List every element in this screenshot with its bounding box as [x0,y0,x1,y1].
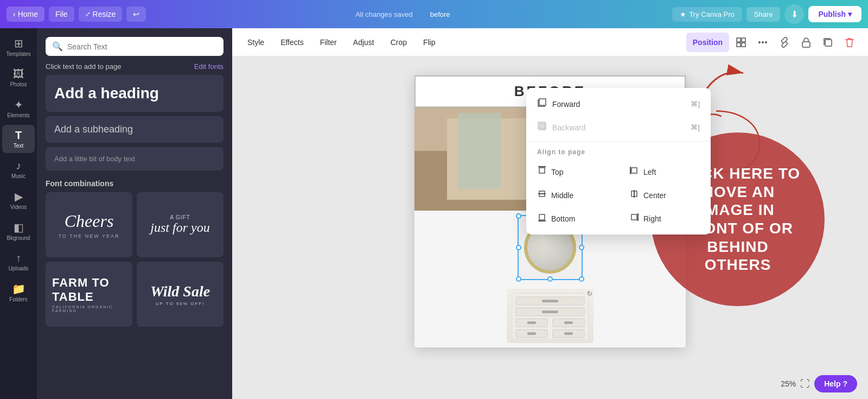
sidebar-item-elements[interactable]: ✦ Elements [2,94,35,123]
svg-rect-42 [631,214,637,220]
canvas-area[interactable]: BEFORE [232,56,868,399]
fc3-sub: CALIFORNIA ORGANIC FARMING [52,305,126,313]
download-button[interactable]: ⬇ [784,4,804,24]
fc2-sub: A GIFT [170,214,190,220]
expand-button[interactable]: ⛶ [800,378,810,390]
handle-bm[interactable] [547,276,553,282]
backward-icon [537,121,547,134]
align-right[interactable]: Right [618,207,711,230]
download-icon: ⬇ [791,9,798,20]
sidebar-item-templates[interactable]: ⊞ Templates [2,33,35,61]
sidebar-item-background[interactable]: ◧ Bkground [2,217,35,245]
undo-icon: ↩ [133,10,139,18]
align-bottom-icon [537,212,547,225]
videos-icon: ▶ [15,190,23,203]
sidebar-item-music[interactable]: ♪ Music [2,155,35,183]
backward-item[interactable]: Backward ⌘[ [526,116,711,139]
home-icon: ‹ [13,10,16,18]
fc3-title: FARM TO TABLE [52,276,126,304]
align-top-icon [537,166,547,178]
fc2-title: just for you [150,220,209,235]
align-right-icon [629,212,639,225]
fc1-sub: TO THE NEW YEAR [58,233,119,239]
adjust-button[interactable]: Adjust [347,35,381,50]
handle-tl[interactable] [516,213,521,219]
font-combo-gift[interactable]: A GIFT just for you [137,192,224,257]
svg-point-6 [765,41,767,43]
dresser-rotate-icon: ↻ [587,290,592,297]
dots-icon[interactable] [753,33,773,52]
resize-icon: ⤢ [85,10,91,18]
svg-rect-17 [542,300,558,302]
search-input[interactable] [67,42,217,51]
sidebar-item-photos[interactable]: 🖼 Photos [2,64,35,92]
lock-icon[interactable] [796,33,816,52]
add-subheading-button[interactable]: Add a subheading [46,116,224,143]
fc4-sub: UP TO 50% OFF! [156,301,205,306]
align-middle[interactable]: Middle [526,183,618,207]
search-bar[interactable]: 🔍 [46,37,224,56]
canva-pro-button[interactable]: ★ Try Canva Pro [672,7,742,22]
svg-rect-7 [802,42,810,47]
svg-rect-12 [458,113,501,189]
sidebar-item-videos[interactable]: ▶ Videos [2,186,35,214]
handle-br[interactable] [579,276,584,282]
align-left[interactable]: Left [618,160,711,183]
duplicate-icon[interactable] [818,33,838,52]
flip-button[interactable]: Flip [417,35,442,50]
sidebar-item-uploads[interactable]: ↑ Uploads [2,248,35,276]
click-text-label: Click text to add to page [46,62,121,71]
svg-rect-34 [631,168,637,173]
effects-button[interactable]: Effects [274,35,310,50]
handle-rm[interactable] [579,245,584,250]
font-combos-grid: Cheers TO THE NEW YEAR A GIFT just for y… [46,192,224,327]
background-icon: ◧ [14,221,24,234]
star-icon: ★ [680,10,686,18]
help-button[interactable]: Help ? [814,375,857,392]
font-combo-farm[interactable]: FARM TO TABLE CALIFORNIA ORGANIC FARMING [46,262,132,327]
font-combo-cheers[interactable]: Cheers TO THE NEW YEAR [46,192,132,257]
align-top[interactable]: Top [526,160,618,183]
fc1-title: Cheers [65,211,114,231]
svg-rect-2 [737,43,741,47]
add-body-button[interactable]: Add a little bit of body text [46,147,224,170]
align-center[interactable]: Center [618,183,711,207]
handle-lm[interactable] [516,245,521,250]
forward-item[interactable]: Forward ⌘] [526,92,711,116]
home-button[interactable]: ‹ Home [7,7,44,22]
svg-point-4 [758,41,761,43]
edit-fonts-link[interactable]: Edit fonts [194,62,224,71]
icon-sidebar: ⊞ Templates 🖼 Photos ✦ Elements T Text ♪… [0,28,37,399]
handle-bl[interactable] [516,276,521,282]
align-label: Align to page [526,144,711,160]
publish-button[interactable]: Publish ▾ [808,6,861,22]
delete-icon[interactable] [840,33,859,52]
tool-icon-group: Position [686,33,859,52]
style-button[interactable]: Style [241,35,271,50]
undo-button[interactable]: ↩ [126,7,146,22]
font-combo-sale[interactable]: Wild Sale UP TO 50% OFF! [137,262,224,327]
add-heading-button[interactable]: Add a heading [46,75,224,112]
left-panel: 🔍 Click text to add to page Edit fonts A… [37,28,232,399]
grid-options-icon[interactable] [731,33,751,52]
before-label: before [430,10,450,18]
crop-button[interactable]: Crop [384,35,413,50]
sidebar-item-folders[interactable]: 📁 Folders [2,278,35,307]
main-layout: ⊞ Templates 🖼 Photos ✦ Elements T Text ♪… [0,28,868,399]
folders-icon: 📁 [12,282,25,295]
align-bottom[interactable]: Bottom [526,207,618,230]
position-button[interactable]: Position [686,33,729,52]
filter-button[interactable]: Filter [314,35,343,50]
link-icon[interactable] [775,33,794,52]
uploads-icon: ↑ [16,252,21,264]
dresser-element[interactable]: ↻ [507,289,593,343]
forward-icon [537,98,547,110]
svg-rect-26 [527,332,536,335]
file-button[interactable]: File [49,7,74,22]
share-button[interactable]: Share [746,7,781,22]
fc4-title: Wild Sale [150,283,210,300]
sidebar-item-text[interactable]: T Text [2,125,35,153]
resize-button[interactable]: ⤢ Resize [79,7,123,22]
position-dropdown: Forward ⌘] Backward ⌘[ Align to page [526,88,711,235]
templates-icon: ⊞ [14,37,23,50]
